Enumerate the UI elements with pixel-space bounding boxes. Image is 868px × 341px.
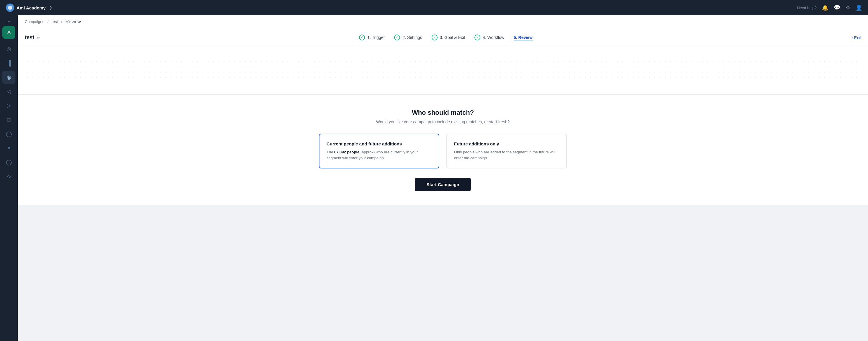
notifications-icon[interactable]: 🔔 — [822, 4, 829, 11]
breadcrumb-campaigns[interactable]: Campaigns — [25, 20, 44, 24]
sidebar-item-analytics[interactable]: ◎ — [2, 42, 16, 56]
breadcrumb-sep-1: / — [46, 19, 50, 25]
close-icon: ✕ — [7, 29, 11, 36]
sidebar-item-account[interactable]: ◯ — [2, 156, 16, 169]
brand-chevron[interactable]: ❯ — [49, 6, 52, 10]
step-review-label: 5. Review — [514, 35, 533, 40]
svg-point-0 — [8, 6, 12, 10]
exit-button[interactable]: ‹ Exit — [851, 35, 861, 40]
start-campaign-button[interactable]: Start Campaign — [415, 178, 471, 191]
match-panel: Who should match? Would you like your ca… — [18, 95, 868, 205]
campaigns-icon: ◉ — [6, 74, 11, 80]
sidebar-item-terminal[interactable]: ▷ — [2, 99, 16, 112]
who-match-subtitle: Would you like your campaign to include … — [376, 120, 510, 124]
step-settings-check: ✓ — [394, 35, 400, 40]
option-future-only[interactable]: Future additions only Only people who ar… — [446, 134, 567, 168]
option-current-approx: (approx) — [361, 150, 375, 154]
step-trigger-label: 1. Trigger — [367, 35, 385, 40]
app-logo — [6, 4, 14, 12]
match-options: Current people and future additions The … — [319, 134, 567, 168]
brand-area: Ami Academy ❯ — [6, 4, 52, 12]
campaign-title: test — [25, 35, 34, 41]
inbox-icon: □ — [7, 117, 11, 123]
step-workflow-check: ✓ — [474, 35, 480, 40]
sidebar: » ✕ ◎ ▐ ◉ ◁ ▷ □ ◯ ✦ ◯ ∿ — [0, 15, 18, 341]
edit-title-icon[interactable]: ✏ — [37, 35, 40, 40]
option-current-desc: The 67,092 people (approx) who are curre… — [327, 149, 432, 161]
exit-chevron-icon: ‹ — [851, 35, 853, 40]
step-trigger[interactable]: ✓ 1. Trigger — [359, 35, 385, 41]
terminal-icon: ▷ — [7, 102, 11, 109]
broadcast-icon: ◁ — [7, 88, 11, 95]
automations-icon: ✦ — [7, 145, 11, 151]
sidebar-expand-button[interactable]: » — [8, 19, 10, 24]
approx-link[interactable]: approx — [362, 150, 373, 154]
step-review[interactable]: 5. Review — [514, 35, 533, 40]
topnav-actions: Need help? 🔔 💬 ⚙ 👤 — [797, 4, 862, 11]
who-match-title: Who should match? — [412, 109, 474, 116]
sidebar-item-pulse[interactable]: ∿ — [2, 170, 16, 183]
option-current-title: Current people and future additions — [327, 141, 432, 146]
sidebar-close-button[interactable]: ✕ — [2, 26, 16, 39]
option-future-desc: Only people who are added to the segment… — [454, 149, 559, 161]
step-trigger-check: ✓ — [359, 35, 365, 40]
step-goal-exit[interactable]: ✓ 3. Goal & Exit — [432, 35, 465, 41]
step-header: test ✏ ✓ 1. Trigger ✓ 2. Settings ✓ 3. G… — [18, 28, 868, 47]
step-goal-exit-label: 3. Goal & Exit — [440, 35, 465, 40]
sidebar-item-automations[interactable]: ✦ — [2, 142, 16, 155]
steps-navigation: ✓ 1. Trigger ✓ 2. Settings ✓ 3. Goal & E… — [40, 35, 851, 41]
option-current-and-future[interactable]: Current people and future additions The … — [319, 134, 439, 168]
option-future-title: Future additions only — [454, 141, 559, 146]
breadcrumb-sep-2: / — [60, 19, 63, 25]
sidebar-item-campaigns[interactable]: ◉ — [2, 71, 16, 84]
breadcrumb-test[interactable]: test — [52, 20, 58, 24]
breadcrumb: Campaigns / test / Review — [18, 15, 868, 28]
sidebar-item-reports[interactable]: ▐ — [2, 57, 16, 70]
account-icon: ◯ — [6, 159, 12, 166]
sidebar-item-broadcast[interactable]: ◁ — [2, 85, 16, 98]
top-navigation: Ami Academy ❯ Need help? 🔔 💬 ⚙ 👤 — [0, 0, 868, 15]
step-goal-exit-check: ✓ — [432, 35, 438, 40]
step-settings-label: 2. Settings — [402, 35, 422, 40]
brand-name: Ami Academy — [17, 5, 46, 10]
option-current-desc-prefix: The — [327, 150, 334, 154]
step-workflow-label: 4. Workflow — [483, 35, 504, 40]
bar-chart-icon: ▐ — [7, 60, 11, 66]
contacts-icon: ◯ — [6, 131, 12, 137]
sidebar-item-contacts[interactable]: ◯ — [2, 128, 16, 140]
pulse-icon: ∿ — [7, 173, 11, 180]
breadcrumb-current: Review — [65, 19, 81, 25]
option-current-count: 67,092 people — [334, 150, 359, 154]
messages-icon[interactable]: 💬 — [834, 4, 840, 11]
help-button[interactable]: Need help? — [797, 6, 817, 10]
main-area: Campaigns / test / Review test ✏ ✓ 1. Tr… — [18, 15, 868, 341]
step-settings[interactable]: ✓ 2. Settings — [394, 35, 422, 41]
dotted-background — [25, 59, 861, 82]
step-workflow[interactable]: ✓ 4. Workflow — [474, 35, 504, 41]
exit-label: Exit — [854, 35, 861, 40]
user-icon[interactable]: 👤 — [856, 4, 862, 11]
workflow-preview-area — [18, 47, 868, 95]
sidebar-item-inbox[interactable]: □ — [2, 113, 16, 126]
settings-icon[interactable]: ⚙ — [845, 4, 850, 11]
page-content: Who should match? Would you like your ca… — [18, 47, 868, 341]
analytics-icon: ◎ — [6, 46, 11, 52]
